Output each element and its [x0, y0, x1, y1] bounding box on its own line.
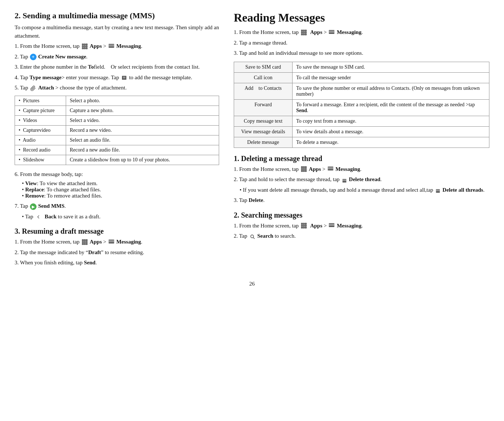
- svg-rect-9: [108, 44, 114, 48]
- svg-rect-47: [305, 171, 306, 172]
- svg-rect-29: [305, 30, 306, 31]
- info-label: Forward: [234, 99, 293, 116]
- draft-step2: 2. Tap the message indicated by “Draft” …: [15, 248, 219, 257]
- svg-rect-42: [301, 169, 302, 170]
- mms-step6-title: 6. From the message body, tap:: [15, 170, 219, 179]
- svg-rect-28: [303, 30, 304, 31]
- svg-rect-21: [82, 243, 83, 244]
- svg-rect-6: [82, 47, 83, 49]
- delete-step3: 3. Tap Delete.: [234, 196, 489, 204]
- svg-rect-44: [305, 169, 306, 170]
- svg-rect-64: [303, 227, 304, 228]
- messaging-icon-1: [108, 43, 115, 50]
- table-row: View message details To view details abo…: [234, 126, 489, 137]
- svg-rect-34: [303, 34, 304, 35]
- mms-step5: 5. Tap Attach > choose the type of attac…: [15, 84, 219, 92]
- svg-rect-0: [82, 44, 83, 45]
- reading-step3: 3. Tap and hold an individual message to…: [234, 49, 489, 57]
- info-desc: To view details about a message.: [293, 126, 489, 137]
- attach-item: • Capturevideo: [15, 125, 66, 135]
- svg-rect-33: [301, 34, 302, 35]
- table-row: • Record audio Record a new audio file.: [15, 145, 219, 155]
- info-desc: To save the phone number or email addres…: [293, 83, 489, 99]
- search-step2: 2. Tap Search to search.: [234, 232, 489, 240]
- table-row: Add to Contacts To save the phone number…: [234, 83, 489, 99]
- svg-rect-19: [84, 241, 85, 242]
- svg-rect-43: [303, 169, 304, 170]
- info-label: Copy message text: [234, 116, 293, 126]
- svg-point-69: [251, 235, 253, 238]
- delete-thread-title: 1. Deleting a message thread: [234, 154, 489, 163]
- svg-rect-18: [82, 241, 83, 242]
- svg-rect-7: [84, 47, 85, 49]
- mms-step1: 1. From the Home screen, tap Apps > Mess…: [15, 42, 219, 50]
- svg-rect-59: [305, 223, 306, 224]
- table-row: • Capturevideo Record a new video.: [15, 125, 219, 135]
- svg-rect-23: [86, 243, 87, 244]
- attach-item: • Slideshow: [15, 155, 66, 165]
- info-desc: To save the message to SIM card.: [293, 62, 489, 72]
- svg-rect-36: [329, 30, 335, 34]
- attachment-table: • Pictures Select a photo. • Capture pic…: [15, 96, 219, 165]
- reading-step1: 1. From the Home screen, tap Apps > Mess…: [234, 28, 489, 37]
- table-row: Copy message text To copy text from a me…: [234, 116, 489, 126]
- svg-rect-35: [305, 34, 306, 35]
- svg-rect-12: [122, 76, 126, 80]
- page-number: 26: [15, 281, 489, 287]
- messaging-icon-2: [108, 239, 115, 245]
- draft-step1: 1. From the Home screen, tap Apps > Mess…: [15, 238, 219, 246]
- svg-rect-45: [301, 171, 302, 172]
- attach-desc: Create a slideshow from up to 10 of your…: [66, 155, 219, 165]
- delete-step-bullet: • If you want delete all message threads…: [240, 186, 489, 194]
- attach-item: • Capture picture: [15, 106, 66, 115]
- section-mms: 2. Sending a multimedia message (MMS) To…: [15, 11, 219, 221]
- svg-rect-62: [305, 225, 306, 226]
- info-desc: To call the message sender: [293, 72, 489, 83]
- svg-rect-65: [305, 227, 306, 228]
- svg-rect-58: [303, 223, 304, 224]
- svg-rect-17: [86, 240, 87, 241]
- template-icon: [121, 75, 127, 81]
- svg-rect-31: [303, 32, 304, 33]
- mms-step2: 2. Tap + Create New message.: [15, 53, 219, 61]
- reading-step2: 2. Tap a message thread.: [234, 39, 489, 47]
- apps-icon-1: [81, 43, 88, 50]
- svg-rect-41: [305, 167, 306, 168]
- delete-menu-icon: [342, 177, 347, 183]
- svg-line-70: [253, 237, 254, 238]
- step6-list: View: To view the attached item. Replace…: [22, 180, 219, 199]
- svg-rect-16: [84, 240, 85, 241]
- main-layout: 2. Sending a multimedia message (MMS) To…: [15, 11, 489, 273]
- attach-desc: Select an audio file.: [66, 135, 219, 145]
- left-column: 2. Sending a multimedia message (MMS) To…: [15, 11, 219, 273]
- svg-rect-4: [84, 46, 85, 47]
- svg-rect-61: [303, 225, 304, 226]
- search-title: 2. Searching messages: [234, 211, 489, 219]
- info-desc: To forward a message. Enter a recipient,…: [293, 99, 489, 116]
- info-label: View message details: [234, 126, 293, 137]
- info-label: Delete message: [234, 137, 293, 148]
- apps-label-1: Apps >: [89, 43, 106, 49]
- attach-item: • Record audio: [15, 145, 66, 155]
- apps-icon-4: [301, 166, 307, 172]
- info-label: Add to Contacts: [234, 83, 293, 99]
- section-reading: Reading Messages 1. From the Home screen…: [234, 11, 489, 148]
- svg-rect-63: [301, 227, 302, 228]
- apps-icon-3: [301, 29, 307, 36]
- svg-rect-1: [84, 44, 85, 45]
- svg-rect-32: [305, 32, 306, 33]
- svg-rect-8: [86, 47, 87, 49]
- section-mms-title: 2. Sending a multimedia message (MMS): [15, 11, 219, 20]
- draft-step3: 3. When you finish editing, tap Send.: [15, 259, 219, 267]
- delete-step1: 1. From the Home screen, tap Apps > Mess…: [234, 165, 489, 173]
- attach-item: • Pictures: [15, 96, 66, 106]
- mms-step4: 4. Tap Type message> enter your message.…: [15, 73, 219, 82]
- attach-desc: Capture a new photo.: [66, 106, 219, 115]
- delete-step2: 2. Tap and hold to select the message th…: [234, 175, 489, 184]
- svg-rect-24: [108, 240, 114, 244]
- mms-step7-back: • Tap Back to save it as a draft.: [22, 213, 219, 221]
- section-draft-title: 3. Resuming a draft message: [15, 227, 219, 236]
- svg-rect-2: [86, 44, 87, 45]
- delete-all-icon: [435, 188, 440, 193]
- svg-rect-3: [82, 46, 83, 47]
